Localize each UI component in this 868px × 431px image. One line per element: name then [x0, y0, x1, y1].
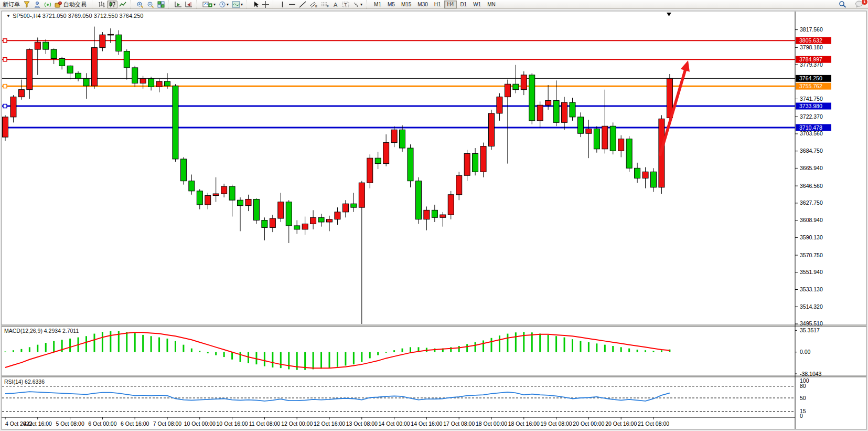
chevron-down-icon[interactable]: ▼ [6, 14, 10, 18]
vertical-line-icon [280, 1, 285, 8]
equidistant-channel-tool[interactable]: E [308, 1, 319, 8]
date-label: 7 Oct 08:00 [153, 421, 181, 427]
vertical-line-tool[interactable] [277, 1, 287, 8]
macd-scale-label: 35.3517 [800, 327, 820, 333]
timeframe-m15[interactable]: M15 [398, 1, 414, 8]
bar-chart-mode-button[interactable] [97, 1, 107, 8]
date-label: 21 Oct 08:00 [638, 421, 669, 427]
candle-bullish [391, 130, 397, 142]
dropdown-caret: ▾ [360, 2, 362, 7]
rsi-scale-label: 0 [800, 413, 803, 419]
dropdown-caret: ▾ [227, 2, 229, 7]
candle-bullish [440, 215, 446, 217]
date-label: 13 Oct 08:00 [346, 421, 378, 427]
chart-shift-button[interactable] [184, 1, 194, 8]
timeframe-m5[interactable]: M5 [384, 1, 398, 8]
candle-bearish [610, 126, 616, 151]
zoom-in-icon [136, 1, 144, 8]
candle-bearish [286, 202, 292, 226]
candle-bearish [651, 172, 657, 187]
text-label-icon: T [342, 1, 349, 8]
new-order-button[interactable]: 新订单 [1, 1, 22, 8]
line-handle[interactable] [3, 85, 7, 88]
date-label: 18 Oct 00:00 [476, 421, 507, 427]
main-toolbar: 新订单 自动交易 [0, 0, 868, 9]
notifications-button[interactable]: 1 [853, 1, 865, 8]
timeframe-d1[interactable]: D1 [457, 1, 470, 8]
horizontal-line-tool[interactable] [287, 1, 297, 8]
auto-trading-button[interactable]: 自动交易 [53, 1, 90, 8]
candle-bearish [513, 84, 519, 89]
fibonacci-tool[interactable]: F [319, 1, 331, 8]
templates-button[interactable]: ▾ [230, 1, 244, 8]
rsi-indicator-label: RSI(14) 62.6336 [4, 379, 45, 385]
candle-bearish [51, 49, 57, 58]
timeframe-h4[interactable]: H4 [444, 1, 457, 8]
search-button[interactable] [837, 1, 848, 8]
timeframe-h1[interactable]: H1 [431, 1, 444, 8]
candle-bullish [537, 105, 543, 121]
candle-bullish [456, 175, 462, 195]
candle-bullish [245, 199, 251, 205]
chart-canvas[interactable]: 3817.5603798.1803779.3703741.7503722.370… [0, 9, 868, 431]
price-line-label: 3764.250 [799, 75, 822, 81]
zoom-in-button[interactable] [135, 1, 145, 8]
line-chart-mode-button[interactable] [117, 1, 128, 8]
candle-bearish [180, 159, 186, 181]
line-handle[interactable] [3, 58, 7, 61]
arrows-icon [352, 1, 360, 8]
price-tick-label: 3533.130 [800, 286, 823, 292]
profile-icon-button[interactable] [32, 1, 42, 8]
price-tick-label: 3703.560 [800, 130, 823, 136]
clock-icon [219, 1, 226, 8]
arrows-tool[interactable]: ▾ [351, 1, 364, 8]
candle-bearish [67, 66, 73, 73]
date-label: 6 Oct 16:00 [121, 421, 149, 427]
text-tool[interactable]: A [331, 1, 340, 8]
candle-bullish [464, 153, 470, 175]
candle-bearish [116, 35, 122, 51]
timeframe-m30[interactable]: M30 [414, 1, 431, 8]
indicators-button[interactable]: ▾ [201, 1, 217, 8]
timeframe-m1[interactable]: M1 [371, 1, 384, 8]
cursor-tool-button[interactable] [251, 1, 261, 8]
timeframe-w1[interactable]: W1 [470, 1, 484, 8]
line-handle[interactable] [3, 39, 7, 43]
candle-bullish [327, 219, 333, 222]
symbol-ohlc-text: SP500-,H4 3721.050 3769.050 3712.550 376… [13, 13, 144, 19]
periods-button[interactable]: ▾ [217, 1, 230, 8]
tile-windows-button[interactable] [156, 1, 166, 8]
macd-scale-label: -38.1043 [800, 371, 822, 377]
candle-bullish [27, 49, 33, 90]
line-handle[interactable] [3, 104, 7, 108]
date-label: 4 Oct 16:00 [24, 421, 52, 427]
candle-bullish [489, 113, 495, 146]
zoom-out-button[interactable] [145, 1, 156, 8]
crosshair-tool-button[interactable] [261, 1, 271, 8]
date-label: 11 Oct 08:00 [249, 421, 281, 427]
price-line-label: 3710.478 [799, 124, 822, 131]
candle-bullish [156, 81, 162, 87]
candle-bullish [383, 143, 389, 164]
candle-bullish [278, 202, 284, 218]
date-label: 10 Oct 00:00 [184, 421, 216, 427]
chart-shift-icon [185, 1, 192, 8]
candle-bullish [342, 204, 348, 212]
candle-bullish [302, 224, 308, 229]
auto-trading-label: 自动交易 [62, 1, 88, 8]
signals-icon-button[interactable] [42, 1, 53, 8]
rsi-scale-label: 80 [800, 383, 806, 389]
candle-bearish [408, 148, 413, 181]
text-label-tool[interactable]: T [340, 1, 351, 8]
auto-scroll-icon [175, 1, 182, 8]
candle-bearish [132, 68, 138, 83]
trendline-tool[interactable] [297, 1, 308, 8]
funnel-icon [23, 1, 30, 8]
new-order-funnel-icon[interactable] [22, 1, 32, 8]
candle-bearish [318, 217, 324, 222]
candle-bullish [18, 90, 24, 97]
price-tick-label: 3646.560 [800, 183, 823, 189]
timeframe-mn[interactable]: MN [484, 1, 499, 8]
auto-scroll-button[interactable] [173, 1, 184, 8]
candlestick-mode-button[interactable] [107, 1, 117, 8]
